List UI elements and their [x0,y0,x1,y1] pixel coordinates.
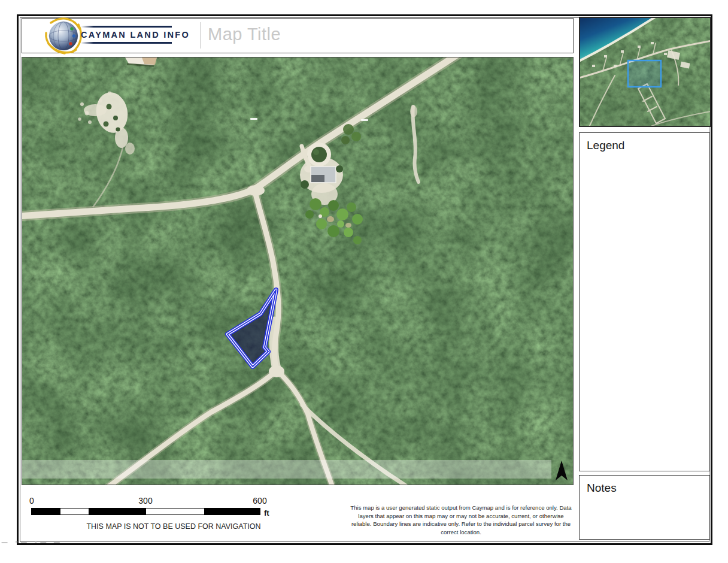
aerial-map [22,57,574,485]
scale-segment [204,508,260,514]
overview-map-canvas [580,18,710,126]
scale-segment [146,508,204,514]
navigation-warning: THIS MAP IS NOT TO BE USED FOR NAVIGATIO… [86,522,260,531]
header-divider [200,22,201,49]
aerial-map-canvas [22,57,573,485]
scale-tick-0: 0 [29,496,34,506]
dash-marker [361,119,368,121]
notes-title: Notes [580,476,709,495]
print-artifact: – ·– ·– – [1,535,62,549]
brand-rule-bottom [81,42,172,44]
scale-segment [60,508,89,514]
scale-segment [89,508,146,514]
map-export-page: CAYMAN LAND INFO Map Title [0,0,728,563]
scale-tick-300: 300 [138,496,152,506]
overview-map [579,17,711,127]
notes-panel: Notes [579,475,710,540]
legend-panel: Legend [579,132,710,471]
disclaimer-text: This map is a user generated static outp… [348,504,574,536]
scale-tick-600: 600 [253,496,266,506]
scale-segment [32,508,60,514]
building-top [125,57,157,66]
dash-marker [250,118,257,120]
map-footer-band [22,460,551,479]
map-title-placeholder: Map Title [208,25,281,44]
brand-lockup: CAYMAN LAND INFO [81,26,172,44]
brand-name: CAYMAN LAND INFO [81,28,172,42]
scale-bar [31,508,260,515]
scale-unit: ft [264,508,269,517]
extent-indicator [628,60,661,87]
globe-icon [44,16,83,56]
legend-title: Legend [580,133,709,152]
header: CAYMAN LAND INFO Map Title [22,18,574,53]
